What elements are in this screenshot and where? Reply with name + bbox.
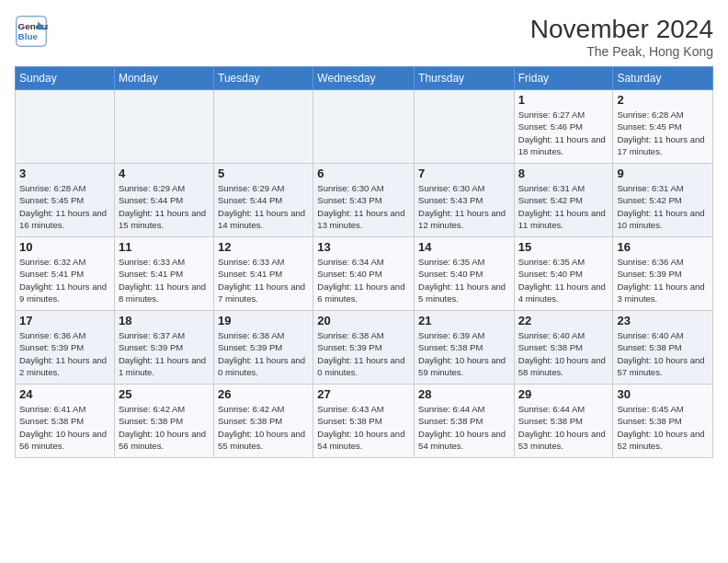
logo-icon: General Blue <box>15 15 48 48</box>
day-number: 7 <box>418 167 510 180</box>
day-info: Sunrise: 6:34 AM Sunset: 5:40 PM Dayligh… <box>317 256 410 304</box>
calendar-cell: 7Sunrise: 6:30 AM Sunset: 5:43 PM Daylig… <box>415 164 515 237</box>
day-info: Sunrise: 6:28 AM Sunset: 5:45 PM Dayligh… <box>617 109 709 157</box>
calendar-cell: 6Sunrise: 6:30 AM Sunset: 5:43 PM Daylig… <box>313 164 415 237</box>
calendar-cell: 2Sunrise: 6:28 AM Sunset: 5:45 PM Daylig… <box>613 90 713 164</box>
day-info: Sunrise: 6:39 AM Sunset: 5:38 PM Dayligh… <box>418 329 510 378</box>
calendar-cell: 18Sunrise: 6:37 AM Sunset: 5:39 PM Dayli… <box>114 311 213 385</box>
day-info: Sunrise: 6:33 AM Sunset: 5:41 PM Dayligh… <box>218 256 309 304</box>
weekday-header-wednesday: Wednesday <box>313 67 415 90</box>
svg-text:General: General <box>18 21 48 31</box>
calendar-cell: 16Sunrise: 6:36 AM Sunset: 5:39 PM Dayli… <box>613 237 713 311</box>
day-number: 9 <box>617 167 709 180</box>
month-title: November 2024 <box>530 15 713 44</box>
day-number: 3 <box>19 167 110 180</box>
calendar-cell: 4Sunrise: 6:29 AM Sunset: 5:44 PM Daylig… <box>114 164 213 237</box>
day-number: 11 <box>119 240 210 254</box>
title-block: November 2024 The Peak, Hong Kong <box>530 15 713 59</box>
calendar-cell: 26Sunrise: 6:42 AM Sunset: 5:38 PM Dayli… <box>214 385 313 458</box>
day-info: Sunrise: 6:29 AM Sunset: 5:44 PM Dayligh… <box>218 182 309 231</box>
calendar-cell <box>114 90 213 164</box>
calendar-cell: 9Sunrise: 6:31 AM Sunset: 5:42 PM Daylig… <box>613 164 713 237</box>
day-number: 17 <box>19 314 110 327</box>
day-info: Sunrise: 6:31 AM Sunset: 5:42 PM Dayligh… <box>518 182 609 231</box>
day-info: Sunrise: 6:28 AM Sunset: 5:45 PM Dayligh… <box>19 182 110 231</box>
day-info: Sunrise: 6:44 AM Sunset: 5:38 PM Dayligh… <box>518 403 609 452</box>
calendar-cell: 13Sunrise: 6:34 AM Sunset: 5:40 PM Dayli… <box>313 237 415 311</box>
day-info: Sunrise: 6:40 AM Sunset: 5:38 PM Dayligh… <box>617 329 709 378</box>
calendar-cell <box>16 90 115 164</box>
weekday-header-saturday: Saturday <box>613 67 713 90</box>
day-info: Sunrise: 6:41 AM Sunset: 5:38 PM Dayligh… <box>19 403 110 452</box>
day-info: Sunrise: 6:44 AM Sunset: 5:38 PM Dayligh… <box>418 403 510 452</box>
day-number: 16 <box>617 240 709 254</box>
calendar-cell: 20Sunrise: 6:38 AM Sunset: 5:39 PM Dayli… <box>313 311 415 385</box>
weekday-header-friday: Friday <box>514 67 613 90</box>
day-info: Sunrise: 6:30 AM Sunset: 5:43 PM Dayligh… <box>418 182 510 231</box>
day-number: 22 <box>518 314 609 327</box>
calendar-week-row: 10Sunrise: 6:32 AM Sunset: 5:41 PM Dayli… <box>16 237 713 311</box>
day-number: 21 <box>418 314 510 327</box>
day-info: Sunrise: 6:37 AM Sunset: 5:39 PM Dayligh… <box>119 329 210 378</box>
calendar-cell: 22Sunrise: 6:40 AM Sunset: 5:38 PM Dayli… <box>514 311 613 385</box>
calendar-cell: 1Sunrise: 6:27 AM Sunset: 5:46 PM Daylig… <box>514 90 613 164</box>
day-number: 18 <box>119 314 210 327</box>
svg-text:Blue: Blue <box>18 31 39 41</box>
calendar-week-row: 1Sunrise: 6:27 AM Sunset: 5:46 PM Daylig… <box>16 90 713 164</box>
calendar-cell: 11Sunrise: 6:33 AM Sunset: 5:41 PM Dayli… <box>114 237 213 311</box>
day-number: 30 <box>617 387 709 401</box>
day-number: 12 <box>218 240 309 254</box>
calendar-cell: 8Sunrise: 6:31 AM Sunset: 5:42 PM Daylig… <box>514 164 613 237</box>
day-number: 10 <box>19 240 110 254</box>
day-number: 8 <box>518 167 609 180</box>
day-number: 20 <box>317 314 410 327</box>
day-number: 27 <box>317 387 410 401</box>
day-info: Sunrise: 6:35 AM Sunset: 5:40 PM Dayligh… <box>418 256 510 304</box>
calendar-cell: 23Sunrise: 6:40 AM Sunset: 5:38 PM Dayli… <box>613 311 713 385</box>
day-info: Sunrise: 6:27 AM Sunset: 5:46 PM Dayligh… <box>518 109 609 157</box>
calendar-cell: 14Sunrise: 6:35 AM Sunset: 5:40 PM Dayli… <box>415 237 515 311</box>
weekday-header-sunday: Sunday <box>16 67 115 90</box>
day-number: 14 <box>418 240 510 254</box>
calendar-cell: 15Sunrise: 6:35 AM Sunset: 5:40 PM Dayli… <box>514 237 613 311</box>
day-number: 15 <box>518 240 609 254</box>
calendar-cell: 28Sunrise: 6:44 AM Sunset: 5:38 PM Dayli… <box>415 385 515 458</box>
day-info: Sunrise: 6:33 AM Sunset: 5:41 PM Dayligh… <box>119 256 210 304</box>
day-number: 25 <box>119 387 210 401</box>
day-info: Sunrise: 6:31 AM Sunset: 5:42 PM Dayligh… <box>617 182 709 231</box>
day-number: 23 <box>617 314 709 327</box>
day-info: Sunrise: 6:38 AM Sunset: 5:39 PM Dayligh… <box>218 329 309 378</box>
day-info: Sunrise: 6:32 AM Sunset: 5:41 PM Dayligh… <box>19 256 110 304</box>
calendar-cell <box>313 90 415 164</box>
calendar-cell: 17Sunrise: 6:36 AM Sunset: 5:39 PM Dayli… <box>16 311 115 385</box>
calendar-cell: 24Sunrise: 6:41 AM Sunset: 5:38 PM Dayli… <box>16 385 115 458</box>
day-info: Sunrise: 6:36 AM Sunset: 5:39 PM Dayligh… <box>19 329 110 378</box>
day-number: 5 <box>218 167 309 180</box>
day-info: Sunrise: 6:43 AM Sunset: 5:38 PM Dayligh… <box>317 403 410 452</box>
calendar-cell: 19Sunrise: 6:38 AM Sunset: 5:39 PM Dayli… <box>214 311 313 385</box>
day-info: Sunrise: 6:38 AM Sunset: 5:39 PM Dayligh… <box>317 329 410 378</box>
calendar-table: SundayMondayTuesdayWednesdayThursdayFrid… <box>15 66 713 458</box>
calendar-cell: 27Sunrise: 6:43 AM Sunset: 5:38 PM Dayli… <box>313 385 415 458</box>
day-info: Sunrise: 6:42 AM Sunset: 5:38 PM Dayligh… <box>119 403 210 452</box>
weekday-header-row: SundayMondayTuesdayWednesdayThursdayFrid… <box>16 67 713 90</box>
day-info: Sunrise: 6:42 AM Sunset: 5:38 PM Dayligh… <box>218 403 309 452</box>
page-header: General Blue November 2024 The Peak, Hon… <box>15 15 713 59</box>
day-info: Sunrise: 6:29 AM Sunset: 5:44 PM Dayligh… <box>119 182 210 231</box>
day-info: Sunrise: 6:35 AM Sunset: 5:40 PM Dayligh… <box>518 256 609 304</box>
day-info: Sunrise: 6:45 AM Sunset: 5:38 PM Dayligh… <box>617 403 709 452</box>
calendar-week-row: 3Sunrise: 6:28 AM Sunset: 5:45 PM Daylig… <box>16 164 713 237</box>
day-number: 6 <box>317 167 410 180</box>
calendar-cell: 21Sunrise: 6:39 AM Sunset: 5:38 PM Dayli… <box>415 311 515 385</box>
location: The Peak, Hong Kong <box>530 44 713 59</box>
day-number: 29 <box>518 387 609 401</box>
day-number: 26 <box>218 387 309 401</box>
weekday-header-monday: Monday <box>114 67 213 90</box>
calendar-cell: 5Sunrise: 6:29 AM Sunset: 5:44 PM Daylig… <box>214 164 313 237</box>
logo: General Blue <box>15 15 51 48</box>
weekday-header-thursday: Thursday <box>415 67 515 90</box>
day-number: 13 <box>317 240 410 254</box>
calendar-cell: 30Sunrise: 6:45 AM Sunset: 5:38 PM Dayli… <box>613 385 713 458</box>
calendar-week-row: 24Sunrise: 6:41 AM Sunset: 5:38 PM Dayli… <box>16 385 713 458</box>
day-number: 2 <box>617 93 709 107</box>
